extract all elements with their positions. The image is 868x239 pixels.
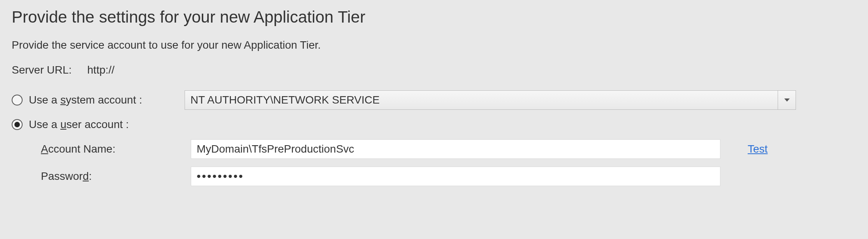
test-link[interactable]: Test	[748, 143, 768, 155]
label-part: ser account :	[67, 118, 129, 130]
server-url-label: Server URL:	[12, 64, 87, 76]
chevron-down-icon	[784, 98, 790, 102]
label-part: Use a	[29, 94, 60, 106]
svg-marker-0	[784, 98, 790, 102]
account-name-label: Account Name:	[12, 143, 191, 155]
label-part: ystem account :	[66, 94, 142, 106]
account-name-input[interactable]	[191, 139, 720, 159]
user-account-row: Use a user account :	[12, 118, 856, 131]
user-account-radio[interactable]	[12, 119, 23, 130]
page-subtitle: Provide the service account to use for y…	[12, 39, 856, 51]
label-part: Use a	[29, 118, 60, 130]
dropdown-arrow-button[interactable]	[778, 91, 796, 109]
label-part: ccount Name:	[48, 143, 116, 155]
system-account-radio[interactable]	[12, 95, 23, 105]
page-title: Provide the settings for your new Applic…	[12, 8, 856, 26]
system-account-radio-label[interactable]: Use a system account :	[29, 94, 185, 106]
label-part: :	[89, 170, 92, 182]
system-account-select[interactable]: NT AUTHORITY\NETWORK SERVICE	[185, 90, 796, 110]
server-url-row: Server URL: http://	[12, 64, 856, 76]
password-label: Password:	[12, 170, 191, 183]
label-part: Passwor	[41, 170, 83, 182]
system-account-select-value: NT AUTHORITY\NETWORK SERVICE	[185, 91, 778, 109]
system-account-row: Use a system account : NT AUTHORITY\NETW…	[12, 90, 856, 110]
access-key: s	[60, 94, 66, 106]
access-key: d	[83, 170, 89, 182]
password-input[interactable]	[191, 167, 720, 186]
password-row: Password:	[12, 167, 856, 186]
server-url-value: http://	[87, 64, 114, 76]
access-key: A	[41, 143, 48, 155]
account-name-row: Account Name: Test	[12, 139, 856, 159]
access-key: u	[60, 118, 67, 130]
user-account-radio-label[interactable]: Use a user account :	[29, 118, 185, 131]
